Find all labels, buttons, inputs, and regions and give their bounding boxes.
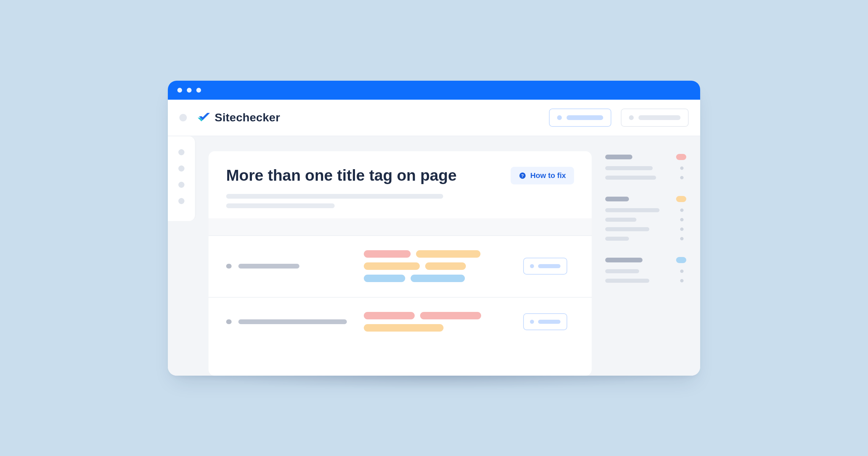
header-button-primary[interactable] bbox=[549, 108, 611, 127]
aside bbox=[605, 151, 688, 376]
placeholder-bar bbox=[605, 269, 639, 273]
placeholder-bar bbox=[538, 320, 560, 324]
count-dot bbox=[680, 166, 684, 170]
aside-heading-placeholder bbox=[605, 258, 643, 262]
placeholder-bar bbox=[226, 194, 443, 199]
row-tags bbox=[364, 250, 511, 282]
how-to-fix-button[interactable]: ? How to fix bbox=[511, 167, 574, 184]
placeholder-bar bbox=[605, 227, 649, 231]
status-pill bbox=[676, 196, 686, 202]
aside-item[interactable] bbox=[605, 208, 688, 212]
how-to-fix-label: How to fix bbox=[530, 171, 566, 180]
help-icon: ? bbox=[519, 172, 526, 179]
count-dot bbox=[680, 237, 684, 240]
menu-icon[interactable] bbox=[179, 114, 187, 121]
app-window: Sitechecker bbox=[168, 81, 700, 376]
placeholder-dot bbox=[530, 264, 534, 268]
logo-check-icon bbox=[196, 111, 210, 124]
placeholder-dot bbox=[557, 115, 562, 120]
aside-group bbox=[605, 154, 688, 180]
issue-title: More than one title tag on page bbox=[226, 167, 457, 184]
tag bbox=[420, 312, 481, 319]
row-bullet-icon bbox=[226, 264, 232, 269]
placeholder-bar bbox=[605, 176, 656, 180]
placeholder-bar bbox=[605, 208, 659, 212]
count-dot bbox=[680, 227, 684, 231]
window-control-max[interactable] bbox=[196, 88, 201, 93]
aside-item[interactable] bbox=[605, 176, 688, 180]
tag bbox=[364, 275, 405, 282]
row-bullet-icon bbox=[226, 319, 232, 324]
aside-heading-placeholder bbox=[605, 197, 629, 201]
aside-group bbox=[605, 196, 688, 241]
tag bbox=[364, 312, 415, 319]
panel-header: More than one title tag on page ? How to… bbox=[209, 151, 592, 218]
aside-item[interactable] bbox=[605, 166, 688, 170]
placeholder-bar bbox=[226, 203, 335, 208]
row-action-button[interactable] bbox=[523, 313, 567, 330]
placeholder-bar bbox=[538, 264, 560, 268]
table-header-band bbox=[209, 218, 592, 235]
sidebar-item[interactable] bbox=[178, 149, 184, 155]
sidebar bbox=[168, 136, 195, 221]
issue-description-skeleton bbox=[226, 194, 574, 208]
app-body: More than one title tag on page ? How to… bbox=[168, 136, 700, 376]
row-action-button[interactable] bbox=[523, 258, 567, 275]
svg-text:?: ? bbox=[521, 173, 524, 178]
placeholder-dot bbox=[530, 320, 534, 324]
aside-item[interactable] bbox=[605, 237, 688, 241]
sidebar-item[interactable] bbox=[178, 182, 184, 188]
aside-heading-placeholder bbox=[605, 155, 632, 159]
aside-item[interactable] bbox=[605, 269, 688, 273]
issue-row[interactable] bbox=[209, 235, 592, 297]
count-dot bbox=[680, 279, 684, 282]
placeholder-bar bbox=[567, 115, 603, 120]
aside-item[interactable] bbox=[605, 218, 688, 222]
count-dot bbox=[680, 218, 684, 221]
tag bbox=[411, 275, 465, 282]
brand[interactable]: Sitechecker bbox=[196, 111, 280, 124]
content: More than one title tag on page ? How to… bbox=[195, 136, 700, 376]
status-pill bbox=[676, 257, 686, 263]
aside-item[interactable] bbox=[605, 279, 688, 283]
status-pill bbox=[676, 154, 686, 160]
app-header: Sitechecker bbox=[168, 100, 700, 136]
tag bbox=[364, 324, 443, 332]
window-control-close[interactable] bbox=[177, 88, 182, 93]
tag bbox=[425, 262, 466, 270]
count-dot bbox=[680, 209, 684, 212]
placeholder-bar bbox=[638, 115, 680, 120]
placeholder-bar bbox=[605, 237, 629, 241]
issue-row[interactable] bbox=[209, 297, 592, 346]
placeholder-dot bbox=[629, 115, 634, 120]
count-dot bbox=[680, 270, 684, 273]
sidebar-item[interactable] bbox=[178, 165, 184, 172]
tag bbox=[416, 250, 480, 258]
tag bbox=[364, 262, 420, 270]
window-titlebar bbox=[168, 81, 700, 100]
count-dot bbox=[680, 176, 684, 179]
placeholder-bar bbox=[605, 279, 649, 283]
brand-name: Sitechecker bbox=[215, 111, 280, 124]
tag bbox=[364, 250, 411, 258]
row-tags bbox=[364, 312, 511, 332]
window-control-min[interactable] bbox=[187, 88, 192, 93]
sidebar-item[interactable] bbox=[178, 198, 184, 204]
placeholder-bar bbox=[605, 166, 653, 170]
aside-group bbox=[605, 257, 688, 283]
row-title-placeholder bbox=[238, 264, 299, 269]
placeholder-bar bbox=[605, 218, 636, 222]
row-title-placeholder bbox=[238, 319, 347, 324]
issue-panel: More than one title tag on page ? How to… bbox=[209, 151, 592, 376]
aside-item[interactable] bbox=[605, 227, 688, 231]
header-button-secondary[interactable] bbox=[621, 108, 689, 127]
